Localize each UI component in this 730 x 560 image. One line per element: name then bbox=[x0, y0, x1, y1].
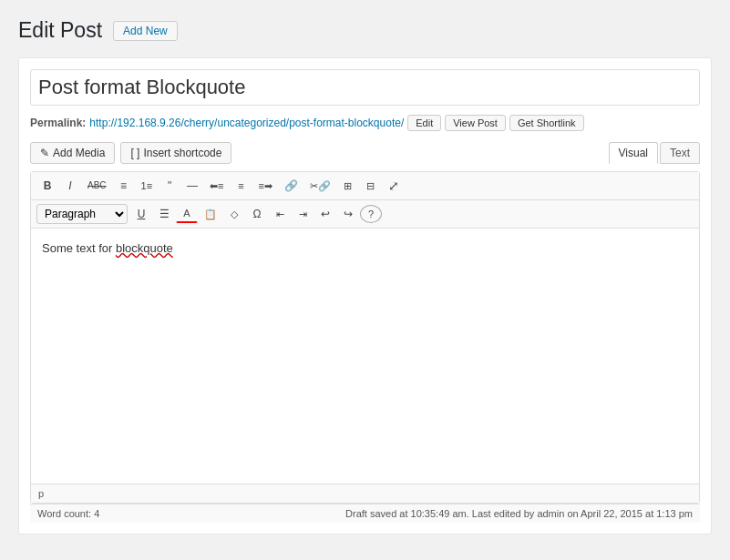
fullscreen-btn[interactable]: ⤢ bbox=[383, 176, 405, 196]
undo-btn[interactable]: ↩ bbox=[314, 205, 336, 223]
align-right-btn[interactable]: ≡➡ bbox=[253, 178, 278, 195]
help-btn[interactable]: ? bbox=[360, 205, 382, 223]
draft-status: Draft saved at 10:35:49 am. Last edited … bbox=[345, 508, 693, 519]
editor-toolbar-row2: Paragraph Heading 1 Heading 2 Heading 3 … bbox=[31, 200, 699, 229]
visual-tab[interactable]: Visual bbox=[609, 142, 658, 164]
text-tab[interactable]: Text bbox=[660, 142, 700, 164]
editor-tabs: Visual Text bbox=[609, 142, 700, 164]
outdent-btn[interactable]: ⇤ bbox=[269, 206, 291, 223]
strikethrough-btn[interactable]: ABC bbox=[82, 178, 112, 194]
hr-btn[interactable]: — bbox=[181, 177, 203, 195]
redo-btn[interactable]: ↪ bbox=[337, 205, 359, 223]
media-buttons: ✎ Add Media [ ] Insert shortcode bbox=[30, 142, 231, 164]
blockquote-word: blockquote bbox=[116, 241, 173, 255]
editor-container: B I ABC ≡ 1≡ " — ⬅≡ ≡ ≡➡ 🔗 ✂🔗 ⊞ ⊟ ⤢ Para… bbox=[30, 171, 700, 504]
media-toolbar-row: ✎ Add Media [ ] Insert shortcode Visual … bbox=[30, 142, 700, 164]
paragraph-select[interactable]: Paragraph Heading 1 Heading 2 Heading 3 … bbox=[36, 204, 128, 224]
toggle-toolbar-btn[interactable]: ⊟ bbox=[360, 178, 382, 195]
font-color-btn[interactable]: A bbox=[176, 205, 198, 223]
edit-permalink-button[interactable]: Edit bbox=[407, 115, 441, 131]
blockquote-btn[interactable]: " bbox=[159, 177, 180, 195]
insert-shortcode-button[interactable]: [ ] Insert shortcode bbox=[120, 142, 231, 164]
editor-tag: p bbox=[38, 488, 44, 499]
editor-footer: p bbox=[31, 484, 699, 503]
align-left-btn[interactable]: ⬅≡ bbox=[204, 178, 229, 195]
word-count-label: Word count: bbox=[37, 508, 91, 519]
indent-btn[interactable]: ⇥ bbox=[292, 206, 314, 223]
symbol-btn[interactable]: Ω bbox=[246, 205, 268, 223]
ul-btn[interactable]: ≡ bbox=[113, 177, 135, 195]
shortcode-icon: [ ] bbox=[130, 147, 139, 159]
more-btn[interactable]: ⊞ bbox=[337, 178, 359, 195]
editor-toolbar-row1: B I ABC ≡ 1≡ " — ⬅≡ ≡ ≡➡ 🔗 ✂🔗 ⊞ ⊟ ⤢ bbox=[31, 172, 699, 200]
add-media-button[interactable]: ✎ Add Media bbox=[30, 142, 115, 164]
bold-btn[interactable]: B bbox=[36, 177, 58, 195]
status-bar: Word count: 4 Draft saved at 10:35:49 am… bbox=[30, 504, 700, 523]
word-count-area: Word count: 4 bbox=[37, 508, 99, 519]
add-new-button[interactable]: Add New bbox=[113, 21, 178, 41]
post-title-input[interactable] bbox=[30, 69, 700, 106]
word-count-value: 4 bbox=[94, 508, 99, 519]
clear-format-btn[interactable]: ◇ bbox=[223, 206, 245, 223]
italic-btn[interactable]: I bbox=[59, 177, 81, 195]
view-post-button[interactable]: View Post bbox=[445, 115, 506, 131]
ol-btn[interactable]: 1≡ bbox=[136, 178, 159, 195]
add-media-label: Add Media bbox=[53, 147, 105, 159]
permalink-url[interactable]: http://192.168.9.26/cherry/uncategorized… bbox=[89, 117, 404, 129]
editor-body[interactable]: Some text for blockquote bbox=[31, 229, 699, 484]
insert-shortcode-label: Insert shortcode bbox=[143, 147, 221, 159]
underline-btn[interactable]: U bbox=[130, 205, 152, 223]
editor-content: Some text for blockquote bbox=[42, 239, 688, 259]
link-btn[interactable]: 🔗 bbox=[279, 177, 303, 195]
align-center-btn[interactable]: ≡ bbox=[231, 178, 252, 195]
permalink-label: Permalink: bbox=[30, 117, 86, 129]
page-title: Edit Post bbox=[18, 18, 102, 43]
unlink-btn[interactable]: ✂🔗 bbox=[304, 178, 336, 195]
post-editor: Permalink: http://192.168.9.26/cherry/un… bbox=[18, 57, 712, 535]
get-shortlink-button[interactable]: Get Shortlink bbox=[509, 115, 584, 131]
add-media-icon: ✎ bbox=[40, 147, 49, 159]
permalink-row: Permalink: http://192.168.9.26/cherry/un… bbox=[30, 115, 700, 131]
justify-btn[interactable]: ☰ bbox=[153, 205, 175, 223]
paste-text-btn[interactable]: 📋 bbox=[199, 206, 222, 223]
page-header: Edit Post Add New bbox=[18, 18, 712, 43]
